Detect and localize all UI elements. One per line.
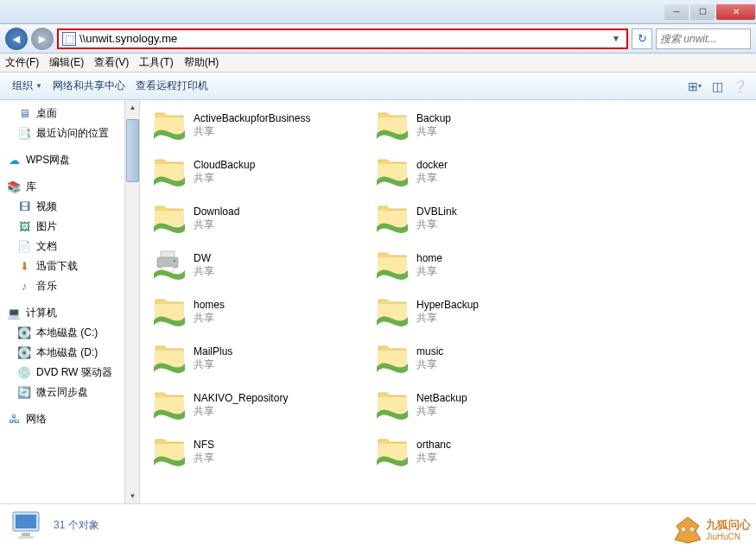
folder-type-label: 共享 xyxy=(416,124,451,139)
folder-item[interactable]: NFS共享 xyxy=(152,433,368,470)
titlebar: ─ ☐ ✕ xyxy=(0,0,756,24)
folder-item[interactable]: DW共享 xyxy=(152,247,368,283)
menu-edit[interactable]: 编辑(E) xyxy=(49,55,84,70)
folder-name: orthanc xyxy=(416,439,451,451)
address-dropdown-icon[interactable]: ▼ xyxy=(609,34,623,43)
network-center-button[interactable]: 网络和共享中心 xyxy=(48,77,130,95)
back-button[interactable]: ◄ xyxy=(5,28,28,50)
disk-icon: 💽 xyxy=(17,346,31,360)
desktop-icon: 🖥 xyxy=(17,107,31,121)
folder-item[interactable]: music共享 xyxy=(375,340,591,376)
folder-item[interactable]: NetBackup共享 xyxy=(375,387,591,423)
folder-type-label: 共享 xyxy=(416,451,451,465)
sidebar-item-documents[interactable]: 📄文档 xyxy=(0,237,139,256)
search-input[interactable] xyxy=(656,28,751,49)
sidebar-item-dvd[interactable]: 💿DVD RW 驱动器 xyxy=(0,363,139,382)
address-bar[interactable]: ⬚ ▼ xyxy=(57,28,628,49)
shared-folder-icon xyxy=(152,108,187,142)
maximize-button[interactable]: ☐ xyxy=(690,4,715,20)
library-icon: 📚 xyxy=(7,180,21,194)
view-remote-printers-button[interactable]: 查看远程打印机 xyxy=(130,77,213,95)
computer-icon: 💻 xyxy=(7,307,21,320)
view-options-button[interactable]: ⊞▾ xyxy=(685,77,704,96)
sidebar-item-disk-c[interactable]: 💽本地磁盘 (C:) xyxy=(0,323,139,343)
address-input[interactable] xyxy=(79,32,609,45)
sidebar-item-wps[interactable]: ☁WPS网盘 xyxy=(0,150,139,170)
help-button[interactable]: ❔ xyxy=(730,77,749,96)
scroll-thumb[interactable] xyxy=(126,119,139,182)
folder-item[interactable]: CloudBackup共享 xyxy=(152,154,368,190)
dvd-icon: 💿 xyxy=(17,366,31,380)
menu-file[interactable]: 文件(F) xyxy=(5,55,39,70)
sidebar-item-recent[interactable]: 📑最近访问的位置 xyxy=(0,123,139,143)
refresh-button[interactable]: ↻ xyxy=(632,28,652,49)
sidebar-item-weiyun[interactable]: 🔄微云同步盘 xyxy=(0,382,139,402)
shared-folder-icon xyxy=(152,388,187,422)
folder-type-label: 共享 xyxy=(194,264,214,279)
close-button[interactable]: ✕ xyxy=(716,4,755,20)
folder-item[interactable]: home共享 xyxy=(375,247,591,283)
shared-folder-icon xyxy=(152,294,187,329)
folder-item[interactable]: homes共享 xyxy=(152,294,368,330)
scroll-down-button[interactable]: ▼ xyxy=(125,489,140,503)
folder-name: NAKIVO_Repository xyxy=(194,392,288,404)
folder-name: HyperBackup xyxy=(416,299,479,311)
folder-item[interactable]: HyperBackup共享 xyxy=(375,294,591,330)
preview-pane-button[interactable]: ◫ xyxy=(708,77,727,96)
menu-help[interactable]: 帮助(H) xyxy=(184,55,219,70)
folder-item[interactable]: docker共享 xyxy=(375,154,591,190)
download-icon: ⬇ xyxy=(17,260,31,274)
folder-type-label: 共享 xyxy=(194,357,232,372)
shared-folder-icon xyxy=(375,341,410,376)
sidebar-item-network[interactable]: 🖧网络 xyxy=(0,409,139,429)
scroll-up-button[interactable]: ▲ xyxy=(125,100,140,115)
sidebar-scrollbar[interactable]: ▲ ▼ xyxy=(124,100,139,503)
menu-tools[interactable]: 工具(T) xyxy=(139,55,173,70)
video-icon: 🎞 xyxy=(17,200,31,214)
folder-item[interactable]: NAKIVO_Repository共享 xyxy=(152,387,368,423)
sidebar-item-pictures[interactable]: 🖼图片 xyxy=(0,217,139,237)
folder-item[interactable]: Download共享 xyxy=(152,200,368,237)
folder-name: Download xyxy=(194,205,239,218)
menu-view[interactable]: 查看(V) xyxy=(94,55,129,70)
shared-folder-icon xyxy=(375,201,410,236)
sidebar-item-thunder[interactable]: ⬇迅雷下载 xyxy=(0,256,139,276)
folder-item[interactable]: Backup共享 xyxy=(375,107,591,143)
shared-folder-icon xyxy=(375,108,410,142)
recent-icon: 📑 xyxy=(17,127,31,141)
folder-type-label: 共享 xyxy=(194,311,225,326)
folder-type-label: 共享 xyxy=(194,451,214,465)
sidebar-item-computer[interactable]: 💻计算机 xyxy=(0,303,139,323)
disk-icon: 💽 xyxy=(17,326,31,340)
folder-type-label: 共享 xyxy=(416,357,443,372)
folder-type-label: 共享 xyxy=(416,218,457,232)
folder-name: docker xyxy=(416,159,448,171)
shared-folder-icon xyxy=(375,294,410,329)
folder-type-label: 共享 xyxy=(416,311,479,326)
folder-item[interactable]: ActiveBackupforBusiness共享 xyxy=(152,107,368,143)
watermark: 九狐问心 JiuHuCN xyxy=(673,515,751,545)
sidebar-item-video[interactable]: 🎞视频 xyxy=(0,197,139,217)
sidebar-item-library[interactable]: 📚库 xyxy=(0,177,139,197)
folder-item[interactable]: MailPlus共享 xyxy=(152,340,368,376)
folder-item[interactable]: DVBLink共享 xyxy=(375,200,591,237)
folder-type-label: 共享 xyxy=(416,404,467,419)
folder-name: homes xyxy=(194,299,225,311)
chevron-down-icon: ▼ xyxy=(35,82,42,90)
fox-logo-icon xyxy=(673,515,702,545)
folder-name: home xyxy=(416,252,442,264)
folder-item[interactable]: orthanc共享 xyxy=(375,433,591,470)
status-bar: 31 个对象 xyxy=(0,503,756,547)
minimize-button[interactable]: ─ xyxy=(664,4,689,20)
documents-icon: 📄 xyxy=(17,240,31,254)
shared-folder-icon xyxy=(152,434,187,469)
sidebar-item-disk-d[interactable]: 💽本地磁盘 (D:) xyxy=(0,343,139,363)
forward-button[interactable]: ► xyxy=(31,28,54,50)
organize-button[interactable]: 组织▼ xyxy=(7,77,48,95)
sidebar-item-desktop[interactable]: 🖥桌面 xyxy=(0,104,139,123)
sidebar-item-music[interactable]: ♪音乐 xyxy=(0,276,139,296)
shared-folder-icon xyxy=(152,341,187,376)
folder-name: DW xyxy=(194,252,214,264)
shared-folder-icon xyxy=(152,155,187,189)
pictures-icon: 🖼 xyxy=(17,220,31,234)
